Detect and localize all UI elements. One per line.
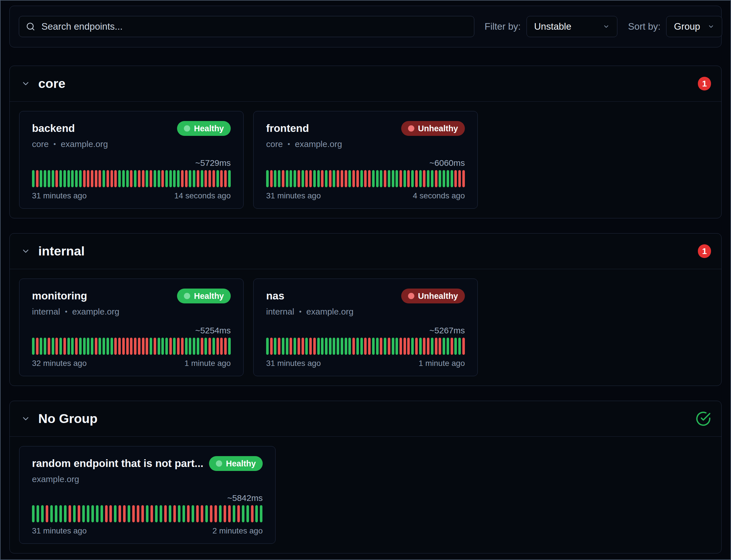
bar-success[interactable] <box>228 170 231 187</box>
bar-failure[interactable] <box>187 505 190 522</box>
bar-success[interactable] <box>106 338 109 355</box>
bar-success[interactable] <box>169 505 171 522</box>
bar-failure[interactable] <box>220 338 223 355</box>
bar-success[interactable] <box>32 170 35 187</box>
search-input[interactable] <box>41 21 467 32</box>
bar-success[interactable] <box>376 338 379 355</box>
bar-failure[interactable] <box>78 505 80 522</box>
bar-success[interactable] <box>348 170 351 187</box>
bar-success[interactable] <box>110 338 113 355</box>
endpoint-card[interactable]: backend Healthy core•example.org ~5729ms… <box>19 111 243 209</box>
bar-success[interactable] <box>83 338 86 355</box>
bar-failure[interactable] <box>282 170 284 187</box>
bar-failure[interactable] <box>69 505 71 522</box>
bar-success[interactable] <box>158 170 160 187</box>
bar-failure[interactable] <box>169 338 172 355</box>
bar-success[interactable] <box>40 170 42 187</box>
bar-success[interactable] <box>197 338 199 355</box>
endpoint-card[interactable]: random endpoint that is not part... Heal… <box>19 446 275 544</box>
bar-success[interactable] <box>431 170 434 187</box>
bar-success[interactable] <box>193 170 195 187</box>
bar-success[interactable] <box>289 170 292 187</box>
bar-failure[interactable] <box>356 170 359 187</box>
bar-success[interactable] <box>182 505 185 522</box>
bar-failure[interactable] <box>142 338 144 355</box>
bar-success[interactable] <box>160 505 162 522</box>
bar-success[interactable] <box>228 338 231 355</box>
bar-success[interactable] <box>55 505 57 522</box>
bar-success[interactable] <box>266 170 269 187</box>
bar-failure[interactable] <box>118 338 121 355</box>
bar-failure[interactable] <box>185 170 188 187</box>
bar-success[interactable] <box>177 170 180 187</box>
bar-success[interactable] <box>178 505 180 522</box>
bar-failure[interactable] <box>122 338 125 355</box>
bar-failure[interactable] <box>224 338 227 355</box>
bar-success[interactable] <box>146 505 148 522</box>
bar-success[interactable] <box>439 170 441 187</box>
bar-success[interactable] <box>118 170 121 187</box>
bar-success[interactable] <box>458 338 461 355</box>
bar-success[interactable] <box>216 170 219 187</box>
bar-success[interactable] <box>32 505 35 522</box>
bar-failure[interactable] <box>435 338 438 355</box>
bar-failure[interactable] <box>223 505 226 522</box>
bar-success[interactable] <box>158 338 160 355</box>
bar-success[interactable] <box>37 505 39 522</box>
endpoint-card[interactable]: nas Unhealthy internal•example.org ~5267… <box>253 279 478 376</box>
bar-success[interactable] <box>67 170 70 187</box>
bar-success[interactable] <box>360 170 363 187</box>
bar-failure[interactable] <box>208 338 211 355</box>
bar-success[interactable] <box>278 170 280 187</box>
bar-success[interactable] <box>419 338 422 355</box>
bar-failure[interactable] <box>415 170 418 187</box>
bar-failure[interactable] <box>458 170 461 187</box>
sort-select[interactable]: Group <box>666 16 722 37</box>
bar-success[interactable] <box>447 338 449 355</box>
bar-failure[interactable] <box>384 170 387 187</box>
bar-success[interactable] <box>50 505 53 522</box>
bar-failure[interactable] <box>204 170 207 187</box>
bar-success[interactable] <box>451 170 453 187</box>
bar-failure[interactable] <box>126 338 129 355</box>
bar-failure[interactable] <box>196 505 199 522</box>
bar-success[interactable] <box>79 338 82 355</box>
bar-failure[interactable] <box>313 338 316 355</box>
bar-success[interactable] <box>59 505 62 522</box>
bar-success[interactable] <box>447 170 449 187</box>
bar-failure[interactable] <box>309 170 312 187</box>
bar-success[interactable] <box>443 170 445 187</box>
bar-failure[interactable] <box>109 505 112 522</box>
collapse-chevron-icon[interactable] <box>21 79 30 88</box>
bar-success[interactable] <box>44 170 46 187</box>
bar-success[interactable] <box>396 170 398 187</box>
bar-failure[interactable] <box>352 170 355 187</box>
bar-failure[interactable] <box>87 170 89 187</box>
bar-failure[interactable] <box>138 170 140 187</box>
bar-failure[interactable] <box>220 170 223 187</box>
bar-failure[interactable] <box>344 170 347 187</box>
collapse-chevron-icon[interactable] <box>21 414 30 423</box>
bar-failure[interactable] <box>48 338 50 355</box>
bar-success[interactable] <box>333 170 335 187</box>
bar-success[interactable] <box>73 505 76 522</box>
bar-success[interactable] <box>114 505 116 522</box>
bar-success[interactable] <box>165 170 168 187</box>
bar-failure[interactable] <box>212 170 215 187</box>
bar-failure[interactable] <box>83 170 86 187</box>
bar-success[interactable] <box>91 338 93 355</box>
bar-success[interactable] <box>286 338 288 355</box>
bar-success[interactable] <box>189 170 191 187</box>
bar-success[interactable] <box>100 505 103 522</box>
bar-failure[interactable] <box>132 505 135 522</box>
bar-failure[interactable] <box>137 505 139 522</box>
bar-failure[interactable] <box>75 338 78 355</box>
bar-failure[interactable] <box>95 338 97 355</box>
bar-success[interactable] <box>274 338 276 355</box>
bar-success[interactable] <box>201 170 203 187</box>
bar-failure[interactable] <box>321 170 323 187</box>
bar-success[interactable] <box>388 170 390 187</box>
filter-select[interactable]: Unstable <box>527 16 617 37</box>
bar-success[interactable] <box>233 505 235 522</box>
bar-success[interactable] <box>384 338 387 355</box>
